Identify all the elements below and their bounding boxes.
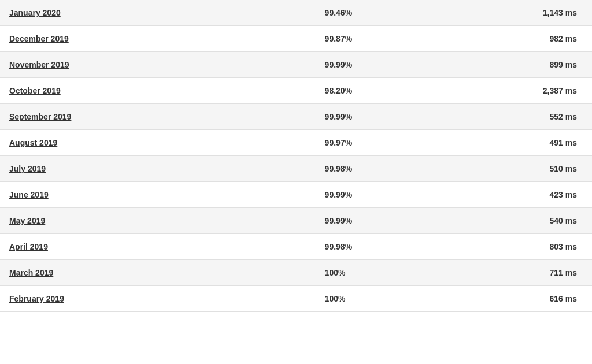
month-link[interactable]: February 2019: [9, 294, 64, 303]
table-row: January 202099.46%1,143 ms: [0, 0, 592, 26]
table-row: February 2019100%616 ms: [0, 286, 592, 312]
uptime-cell: 100%: [325, 268, 439, 277]
response-time-cell: 510 ms: [439, 164, 583, 173]
uptime-cell: 99.99%: [325, 60, 439, 69]
uptime-cell: 99.46%: [325, 8, 439, 17]
month-cell: April 2019: [9, 242, 325, 251]
month-link[interactable]: July 2019: [9, 164, 46, 173]
month-cell: July 2019: [9, 164, 325, 173]
month-cell: January 2020: [9, 8, 325, 17]
uptime-cell: 99.99%: [325, 112, 439, 121]
response-time-cell: 552 ms: [439, 112, 583, 121]
uptime-cell: 100%: [325, 294, 439, 303]
month-link[interactable]: April 2019: [9, 242, 48, 251]
month-cell: December 2019: [9, 34, 325, 43]
month-cell: February 2019: [9, 294, 325, 303]
month-link[interactable]: December 2019: [9, 34, 69, 43]
response-time-cell: 423 ms: [439, 190, 583, 199]
month-cell: November 2019: [9, 60, 325, 69]
month-cell: May 2019: [9, 216, 325, 225]
uptime-cell: 99.99%: [325, 190, 439, 199]
uptime-cell: 99.99%: [325, 216, 439, 225]
month-link[interactable]: June 2019: [9, 190, 49, 199]
uptime-cell: 99.97%: [325, 138, 439, 147]
response-time-cell: 540 ms: [439, 216, 583, 225]
month-cell: October 2019: [9, 86, 325, 95]
month-cell: June 2019: [9, 190, 325, 199]
table-row: October 201998.20%2,387 ms: [0, 78, 592, 104]
uptime-cell: 98.20%: [325, 86, 439, 95]
response-time-cell: 982 ms: [439, 34, 583, 43]
month-link[interactable]: November 2019: [9, 60, 69, 69]
month-cell: September 2019: [9, 112, 325, 121]
response-time-cell: 899 ms: [439, 60, 583, 69]
response-time-cell: 2,387 ms: [439, 86, 583, 95]
month-link[interactable]: October 2019: [9, 86, 61, 95]
month-cell: August 2019: [9, 138, 325, 147]
uptime-cell: 99.87%: [325, 34, 439, 43]
table-row: November 201999.99%899 ms: [0, 52, 592, 78]
response-time-cell: 1,143 ms: [439, 8, 583, 17]
month-link[interactable]: September 2019: [9, 112, 71, 121]
uptime-cell: 99.98%: [325, 164, 439, 173]
response-time-cell: 711 ms: [439, 268, 583, 277]
response-time-cell: 616 ms: [439, 294, 583, 303]
month-link[interactable]: August 2019: [9, 138, 57, 147]
table-row: June 201999.99%423 ms: [0, 182, 592, 208]
table-row: May 201999.99%540 ms: [0, 208, 592, 234]
response-time-cell: 491 ms: [439, 138, 583, 147]
response-time-cell: 803 ms: [439, 242, 583, 251]
month-link[interactable]: March 2019: [9, 268, 53, 277]
table-row: September 201999.99%552 ms: [0, 104, 592, 130]
uptime-cell: 99.98%: [325, 242, 439, 251]
month-cell: March 2019: [9, 268, 325, 277]
table-row: April 201999.98%803 ms: [0, 234, 592, 260]
table-row: December 201999.87%982 ms: [0, 26, 592, 52]
month-link[interactable]: January 2020: [9, 8, 61, 17]
uptime-table: January 202099.46%1,143 msDecember 20199…: [0, 0, 592, 312]
month-link[interactable]: May 2019: [9, 216, 45, 225]
table-row: August 201999.97%491 ms: [0, 130, 592, 156]
table-row: July 201999.98%510 ms: [0, 156, 592, 182]
table-row: March 2019100%711 ms: [0, 260, 592, 286]
